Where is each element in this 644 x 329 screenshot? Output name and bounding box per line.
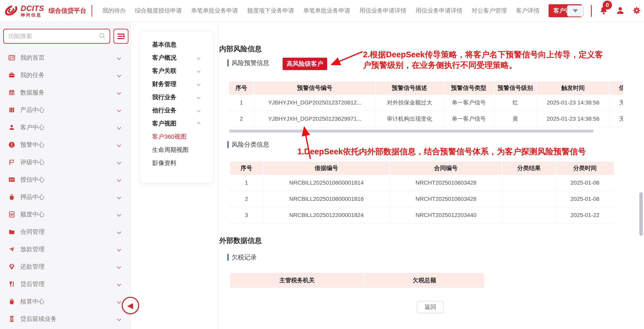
hourglass-icon — [8, 315, 16, 323]
sidebar-item-customer-center[interactable]: 客户中心 — [0, 119, 130, 136]
chevron-down-icon — [117, 299, 121, 304]
dcits-swirl-icon — [4, 4, 19, 17]
sidebar-item-label: 放款管理 — [20, 245, 44, 254]
sidebar-item-accounting-center[interactable]: 核算中心 — [0, 293, 130, 310]
menu-toggle-button[interactable] — [114, 29, 128, 44]
section-title-external-data: 外部数据信息 — [219, 236, 262, 245]
settings-button[interactable] — [632, 6, 641, 16]
column-header: 预警信号级别 — [494, 81, 537, 95]
submenu-item-image-materials[interactable]: 影像资料 — [152, 156, 213, 170]
horizontal-scrollbar[interactable] — [229, 130, 594, 133]
sidebar-item-disbursement-management[interactable]: 放款管理 — [0, 241, 130, 258]
user-icon — [8, 123, 16, 131]
table-row: 1 YJBHYJXH_DGP20250123720812... 对外担保金额过大… — [229, 95, 623, 111]
user-button[interactable] — [616, 6, 625, 16]
sidebar-item-my-tasks[interactable]: 我的任务 — [0, 66, 130, 84]
chevron-down-icon — [573, 9, 578, 12]
shopping-bag-icon — [8, 193, 16, 201]
sidebar-item-label: 额度中心 — [20, 210, 44, 219]
product-name: 综合信贷平台 — [48, 6, 86, 15]
column-header: 触发时间 — [537, 81, 610, 95]
sidebar-item-label: 评级中心 — [20, 158, 44, 166]
submenu-item-label: 基本信息 — [152, 40, 176, 49]
sidebar-item-warning-center[interactable]: 预警中心 — [0, 136, 130, 153]
sidebar-collapse-button[interactable]: ◀ — [122, 297, 139, 314]
blue-accent-bar — [227, 59, 229, 66]
submenu-item-financial-management[interactable]: 财务管理 — [152, 77, 213, 91]
submenu-item-customer-360-view[interactable]: 客户360视图 — [152, 130, 213, 143]
chevron-down-icon — [117, 108, 121, 112]
vertical-scrollbar[interactable] — [639, 192, 643, 236]
sidebar-item-label: 贷后延续业务 — [20, 315, 57, 323]
submenu-item-customer-views[interactable]: 客户视图 — [152, 117, 213, 130]
notification-badge: 0 — [603, 0, 612, 9]
submenu-item-customer-relations[interactable]: 客户关联 — [152, 64, 213, 77]
submenu-item-lifecycle-view[interactable]: 生命周期视图 — [152, 143, 213, 156]
table-header-row: 主管税务机关 欠税总额 — [230, 273, 484, 288]
sidebar-item-label: 数据服务 — [20, 88, 44, 97]
column-header: 预警信号描述 — [376, 81, 444, 95]
column-header: 分类时间 — [556, 162, 614, 175]
document-w-icon: W — [8, 210, 16, 218]
back-button[interactable]: 返回 — [417, 301, 444, 313]
submenu-item-label: 影像资料 — [152, 159, 176, 167]
svg-text:W: W — [10, 213, 13, 216]
topnav-item[interactable]: 用信业务申请详情 — [416, 7, 462, 15]
topnav-item[interactable]: 单笔单批业务申请 — [191, 7, 238, 15]
shopping-bag-icon — [8, 298, 16, 306]
sidebar-item-post-loan-continuation[interactable]: 贷后延续业务 — [0, 310, 130, 328]
brand-name: DCITS — [21, 5, 44, 12]
search-input[interactable] — [8, 33, 99, 40]
column-header: 序号 — [229, 81, 254, 95]
sidebar-item-post-loan-management[interactable]: 贷后管理 — [0, 275, 130, 293]
topnav-item[interactable]: 我的待办 — [102, 7, 126, 15]
sidebar-item-contract-management[interactable]: 合同管理 — [0, 223, 130, 241]
sidebar-item-label: 合同管理 — [20, 228, 44, 236]
sidebar-item-label: 核算中心 — [20, 298, 44, 306]
table-row: 1 NRCBILL2025010600001814 NRCHT202501060… — [230, 175, 614, 191]
submenu-item-customer-overview[interactable]: 客户概况 — [152, 51, 213, 64]
risk-classification-subheading: 风险分类信息 — [227, 140, 269, 149]
column-header: 预警信号类型 — [444, 81, 494, 95]
collapse-left-icon: ◀ — [127, 302, 133, 309]
sidebar-item-collateral-center[interactable]: 押品中心 — [0, 188, 130, 206]
topnav-item[interactable]: 对公客户管理 — [472, 7, 507, 15]
column-header: 欠税总额 — [365, 273, 484, 288]
sidebar-menu: 我的首页 我的任务 数据服务 产品中心 客户中心 预警中心 — [0, 49, 130, 328]
chevron-down-icon — [117, 247, 121, 251]
sidebar-item-label: 我的任务 — [20, 71, 44, 79]
submenu-item-basic-info[interactable]: 基本信息 — [152, 38, 213, 51]
sidebar-item-repayment-management[interactable]: 还款管理 — [0, 258, 130, 275]
topnav-item[interactable]: 客户详情 — [516, 7, 540, 15]
sidebar-item-limit-center[interactable]: W 额度中心 — [0, 206, 130, 223]
map-icon — [8, 106, 16, 114]
sidebar-item-rating-center[interactable]: 评级中心 — [0, 153, 130, 171]
topnav-item[interactable]: 综合额度授信申请 — [135, 7, 182, 15]
id-card-icon — [8, 54, 16, 62]
chevron-down-icon — [117, 90, 121, 94]
topnav-item[interactable]: 单笔单批业务申请 — [303, 7, 350, 15]
customer-view-menu: 基本信息 客户概况 客户关联 财务管理 我行业务 他行业务 客户视图 客户360… — [140, 31, 213, 183]
column-header: 主管税务机关 — [230, 273, 365, 288]
submenu-item-our-bank-business[interactable]: 我行业务 — [152, 91, 213, 104]
topnav-item[interactable]: 用信业务申请详情 — [360, 7, 406, 15]
notifications-button[interactable]: 0 — [599, 6, 608, 16]
sidebar-item-data-services[interactable]: 数据服务 — [0, 84, 130, 101]
chevron-down-icon — [117, 282, 121, 286]
submenu-item-label: 财务管理 — [152, 80, 176, 88]
topnav-item[interactable]: 额度项下业务申请 — [247, 7, 294, 15]
chevron-down-icon — [117, 264, 121, 269]
submenu-item-label: 客户关联 — [152, 67, 176, 75]
nav-dropdown-button[interactable] — [567, 5, 584, 16]
brand-logo: DCITS 神州信息 综合信贷平台 — [4, 4, 92, 17]
topbar-divider — [591, 5, 592, 17]
sidebar-item-credit-center[interactable]: 授信中心 — [0, 171, 130, 188]
sidebar-item-product-center[interactable]: 产品中心 — [0, 101, 130, 119]
submenu-item-other-bank-business[interactable]: 他行业务 — [152, 104, 213, 117]
chevron-down-icon — [117, 195, 121, 199]
column-header: 预警信号编号 — [254, 81, 376, 95]
chevron-down-icon — [117, 143, 121, 147]
sidebar-item-my-home[interactable]: 我的首页 — [0, 49, 130, 66]
sidebar-item-label: 我的首页 — [20, 54, 44, 62]
red-arrow-icon — [327, 50, 366, 70]
